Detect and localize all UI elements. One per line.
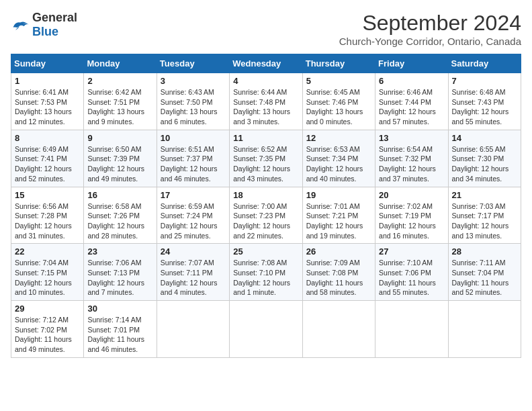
- day-info: Sunrise: 7:14 AM Sunset: 7:01 PM Dayligh…: [87, 315, 152, 355]
- table-cell: 5 Sunrise: 6:45 AM Sunset: 7:46 PM Dayli…: [302, 73, 375, 130]
- day-number: 5: [306, 76, 371, 86]
- day-number: 4: [233, 76, 298, 86]
- logo-blue: Blue: [32, 25, 58, 38]
- logo-text: General Blue: [32, 11, 77, 39]
- table-cell: [157, 301, 229, 358]
- table-cell: 6 Sunrise: 6:46 AM Sunset: 7:44 PM Dayli…: [375, 73, 448, 130]
- day-number: 11: [233, 133, 298, 143]
- table-cell: 23 Sunrise: 7:06 AM Sunset: 7:13 PM Dayl…: [84, 244, 157, 301]
- day-info: Sunrise: 6:53 AM Sunset: 7:34 PM Dayligh…: [306, 144, 371, 184]
- day-number: 22: [15, 246, 80, 257]
- day-number: 25: [233, 246, 298, 257]
- day-info: Sunrise: 7:09 AM Sunset: 7:08 PM Dayligh…: [306, 258, 371, 298]
- day-info: Sunrise: 6:50 AM Sunset: 7:39 PM Dayligh…: [87, 144, 152, 184]
- main-title: September 2024: [339, 11, 521, 36]
- header-sunday: Sunday: [11, 54, 84, 73]
- day-info: Sunrise: 7:04 AM Sunset: 7:15 PM Dayligh…: [15, 258, 80, 298]
- table-cell: 28 Sunrise: 7:11 AM Sunset: 7:04 PM Dayl…: [448, 244, 521, 301]
- table-cell: 27 Sunrise: 7:10 AM Sunset: 7:06 PM Dayl…: [375, 244, 448, 301]
- week-row-5: 29 Sunrise: 7:12 AM Sunset: 7:02 PM Dayl…: [11, 301, 521, 358]
- calendar-table: Sunday Monday Tuesday Wednesday Thursday…: [11, 54, 521, 358]
- table-cell: 14 Sunrise: 6:55 AM Sunset: 7:30 PM Dayl…: [448, 130, 521, 187]
- table-cell: 19 Sunrise: 7:01 AM Sunset: 7:21 PM Dayl…: [302, 187, 375, 244]
- day-number: 29: [15, 304, 80, 314]
- day-info: Sunrise: 6:55 AM Sunset: 7:30 PM Dayligh…: [452, 144, 517, 184]
- table-cell: 24 Sunrise: 7:07 AM Sunset: 7:11 PM Dayl…: [157, 244, 229, 301]
- header-tuesday: Tuesday: [157, 54, 229, 73]
- day-number: 7: [452, 76, 517, 86]
- day-info: Sunrise: 6:45 AM Sunset: 7:46 PM Dayligh…: [306, 87, 371, 127]
- table-cell: 25 Sunrise: 7:08 AM Sunset: 7:10 PM Dayl…: [230, 244, 302, 301]
- subtitle: Church-Yonge Corridor, Ontario, Canada: [339, 36, 521, 47]
- table-cell: 29 Sunrise: 7:12 AM Sunset: 7:02 PM Dayl…: [11, 301, 84, 358]
- table-cell: 21 Sunrise: 7:03 AM Sunset: 7:17 PM Dayl…: [448, 187, 521, 244]
- day-info: Sunrise: 6:49 AM Sunset: 7:41 PM Dayligh…: [15, 144, 80, 184]
- day-info: Sunrise: 6:48 AM Sunset: 7:43 PM Dayligh…: [452, 87, 517, 127]
- day-info: Sunrise: 7:01 AM Sunset: 7:21 PM Dayligh…: [306, 201, 371, 241]
- day-number: 8: [15, 133, 80, 143]
- calendar-header-row: Sunday Monday Tuesday Wednesday Thursday…: [11, 54, 521, 73]
- table-cell: 1 Sunrise: 6:41 AM Sunset: 7:53 PM Dayli…: [11, 73, 84, 130]
- table-cell: 3 Sunrise: 6:43 AM Sunset: 7:50 PM Dayli…: [157, 73, 229, 130]
- day-number: 17: [161, 190, 226, 200]
- day-number: 18: [233, 190, 298, 200]
- table-cell: 17 Sunrise: 6:59 AM Sunset: 7:24 PM Dayl…: [157, 187, 229, 244]
- header-thursday: Thursday: [302, 54, 375, 73]
- day-info: Sunrise: 6:58 AM Sunset: 7:26 PM Dayligh…: [87, 201, 152, 241]
- table-cell: 22 Sunrise: 7:04 AM Sunset: 7:15 PM Dayl…: [11, 244, 84, 301]
- day-number: 1: [15, 76, 80, 86]
- week-row-3: 15 Sunrise: 6:56 AM Sunset: 7:28 PM Dayl…: [11, 187, 521, 244]
- table-cell: 20 Sunrise: 7:02 AM Sunset: 7:19 PM Dayl…: [375, 187, 448, 244]
- day-info: Sunrise: 7:11 AM Sunset: 7:04 PM Dayligh…: [452, 258, 517, 298]
- table-cell: 13 Sunrise: 6:54 AM Sunset: 7:32 PM Dayl…: [375, 130, 448, 187]
- day-info: Sunrise: 6:42 AM Sunset: 7:51 PM Dayligh…: [87, 87, 152, 127]
- day-number: 13: [379, 133, 444, 143]
- table-cell: 26 Sunrise: 7:09 AM Sunset: 7:08 PM Dayl…: [302, 244, 375, 301]
- day-info: Sunrise: 6:41 AM Sunset: 7:53 PM Dayligh…: [15, 87, 80, 127]
- table-cell: 11 Sunrise: 6:52 AM Sunset: 7:35 PM Dayl…: [230, 130, 302, 187]
- day-number: 2: [87, 76, 152, 86]
- day-info: Sunrise: 6:59 AM Sunset: 7:24 PM Dayligh…: [161, 201, 226, 241]
- day-info: Sunrise: 7:03 AM Sunset: 7:17 PM Dayligh…: [452, 201, 517, 241]
- week-row-4: 22 Sunrise: 7:04 AM Sunset: 7:15 PM Dayl…: [11, 244, 521, 301]
- day-info: Sunrise: 7:10 AM Sunset: 7:06 PM Dayligh…: [379, 258, 444, 298]
- header: General Blue September 2024 Church-Yonge…: [11, 11, 521, 47]
- day-info: Sunrise: 7:08 AM Sunset: 7:10 PM Dayligh…: [233, 258, 298, 298]
- table-cell: [375, 301, 448, 358]
- day-number: 9: [87, 133, 152, 143]
- day-number: 21: [452, 190, 517, 200]
- day-info: Sunrise: 7:00 AM Sunset: 7:23 PM Dayligh…: [233, 201, 298, 241]
- table-cell: 18 Sunrise: 7:00 AM Sunset: 7:23 PM Dayl…: [230, 187, 302, 244]
- day-info: Sunrise: 6:43 AM Sunset: 7:50 PM Dayligh…: [161, 87, 226, 127]
- week-row-2: 8 Sunrise: 6:49 AM Sunset: 7:41 PM Dayli…: [11, 130, 521, 187]
- day-number: 10: [161, 133, 226, 143]
- day-info: Sunrise: 6:54 AM Sunset: 7:32 PM Dayligh…: [379, 144, 444, 184]
- day-number: 28: [452, 246, 517, 257]
- table-cell: [448, 301, 521, 358]
- logo-bird-icon: [11, 17, 30, 32]
- day-info: Sunrise: 7:06 AM Sunset: 7:13 PM Dayligh…: [87, 258, 152, 298]
- logo-general: General: [32, 11, 77, 24]
- table-cell: 8 Sunrise: 6:49 AM Sunset: 7:41 PM Dayli…: [11, 130, 84, 187]
- header-friday: Friday: [375, 54, 448, 73]
- table-cell: [302, 301, 375, 358]
- day-number: 30: [87, 304, 152, 314]
- day-number: 20: [379, 190, 444, 200]
- table-cell: 16 Sunrise: 6:58 AM Sunset: 7:26 PM Dayl…: [84, 187, 157, 244]
- day-number: 27: [379, 246, 444, 257]
- day-info: Sunrise: 6:44 AM Sunset: 7:48 PM Dayligh…: [233, 87, 298, 127]
- day-info: Sunrise: 6:46 AM Sunset: 7:44 PM Dayligh…: [379, 87, 444, 127]
- day-info: Sunrise: 7:02 AM Sunset: 7:19 PM Dayligh…: [379, 201, 444, 241]
- day-info: Sunrise: 6:56 AM Sunset: 7:28 PM Dayligh…: [15, 201, 80, 241]
- title-section: September 2024 Church-Yonge Corridor, On…: [339, 11, 521, 47]
- day-number: 23: [87, 246, 152, 257]
- day-number: 26: [306, 246, 371, 257]
- day-number: 14: [452, 133, 517, 143]
- day-number: 24: [161, 246, 226, 257]
- day-number: 6: [379, 76, 444, 86]
- day-number: 3: [161, 76, 226, 86]
- table-cell: 15 Sunrise: 6:56 AM Sunset: 7:28 PM Dayl…: [11, 187, 84, 244]
- week-row-1: 1 Sunrise: 6:41 AM Sunset: 7:53 PM Dayli…: [11, 73, 521, 130]
- table-cell: 4 Sunrise: 6:44 AM Sunset: 7:48 PM Dayli…: [230, 73, 302, 130]
- day-info: Sunrise: 7:07 AM Sunset: 7:11 PM Dayligh…: [161, 258, 226, 298]
